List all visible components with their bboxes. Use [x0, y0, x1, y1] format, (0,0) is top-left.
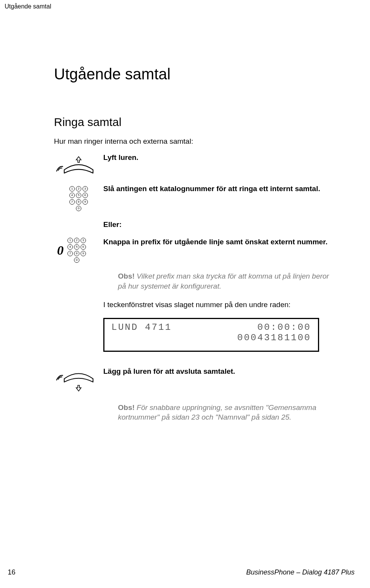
- page-number: 16: [8, 568, 15, 576]
- keypad-icon: 123 456 789 0: [54, 185, 103, 211]
- display-line1-right: 00:00:00: [257, 322, 311, 333]
- note1-text: Vilket prefix man ska trycka för att kom…: [118, 272, 329, 290]
- step-hangup-text: Lägg på luren för att avsluta samtalet.: [103, 367, 333, 376]
- page-content: Utgående samtal Ringa samtal Hur man rin…: [54, 66, 333, 431]
- step-dial-external-text: Knappa in prefix för utgående linje samt…: [103, 238, 333, 246]
- product-name: BusinessPhone – Dialog 4187 Plus: [246, 568, 355, 576]
- display-intro: I teckenfönstret visas slaget nummer på …: [103, 300, 333, 310]
- step-lift-handset: Lyft luren.: [54, 153, 333, 176]
- step-dial-internal-text: Slå antingen ett katalognummer för att r…: [103, 185, 333, 193]
- intro-text: Hur man ringer interna och externa samta…: [54, 137, 333, 146]
- page-footer: 16 BusinessPhone – Dialog 4187 Plus: [0, 568, 370, 576]
- step-dial-external: 0 123 456 789 0 Knappa in prefix för utg…: [54, 238, 333, 263]
- note2-pre: För snabbare uppringning, se avsnitten ": [135, 403, 268, 412]
- eller-label: Eller:: [103, 220, 333, 230]
- note2-post: " på sidan 25.: [247, 413, 292, 421]
- display-line2: 00043181100: [111, 333, 311, 343]
- note2-label: Obs!: [118, 403, 135, 412]
- handset-down-icon: [54, 367, 103, 394]
- page-header-section: Utgående samtal: [5, 3, 51, 10]
- display-line1-left: LUND 4711: [111, 322, 172, 333]
- prefix-zero-keypad-icon: 0 123 456 789 0: [54, 238, 103, 263]
- note1-label: Obs!: [118, 272, 135, 280]
- step-dial-internal: 123 456 789 0 Slå antingen ett katalognu…: [54, 185, 333, 211]
- note-prefix: Obs! Vilket prefix man ska trycka för at…: [118, 271, 333, 291]
- note2-mid: " på sidan 23 och ": [157, 413, 218, 421]
- section-subtitle: Ringa samtal: [54, 116, 333, 129]
- step-lift-text: Lyft luren.: [103, 153, 333, 162]
- link-namnval[interactable]: Namnval: [218, 413, 247, 421]
- phone-display: LUND 4711 00:00:00 00043181100: [103, 318, 319, 352]
- prefix-digit: 0: [57, 243, 64, 258]
- page-title: Utgående samtal: [54, 66, 333, 83]
- note-speed-dial: Obs! För snabbare uppringning, se avsnit…: [118, 403, 333, 422]
- step-hangup: Lägg på luren för att avsluta samtalet.: [54, 367, 333, 394]
- handset-lift-icon: [54, 153, 103, 176]
